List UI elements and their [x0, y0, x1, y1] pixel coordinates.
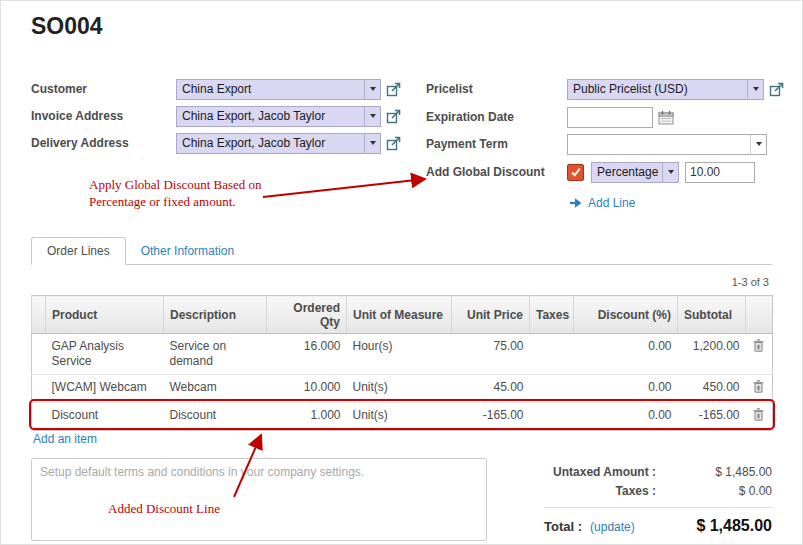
external-link-icon[interactable]	[386, 82, 401, 97]
global-discount-label: Add Global Discount	[426, 165, 567, 179]
tab-other-information[interactable]: Other Information	[126, 238, 249, 264]
cell-uom[interactable]: Unit(s)	[347, 403, 452, 431]
global-discount-checkbox[interactable]	[567, 164, 584, 181]
col-header-description[interactable]: Description	[164, 296, 267, 334]
delivery-address-select[interactable]: China Export, Jacob Taylor	[176, 133, 381, 154]
expiration-date-label: Expiration Date	[426, 110, 567, 124]
order-lines-table: Product Description Ordered Qty Unit of …	[31, 295, 773, 431]
external-link-icon[interactable]	[769, 82, 784, 97]
page-title: SO004	[31, 13, 103, 40]
expiration-date-input[interactable]	[567, 107, 653, 128]
external-link-icon[interactable]	[386, 109, 401, 124]
cell-description[interactable]: Discount	[164, 403, 267, 431]
cell-subtotal: 450.00	[678, 375, 746, 403]
cell-qty[interactable]: 16.000	[267, 334, 347, 375]
add-an-item-link[interactable]: Add an item	[33, 432, 97, 446]
table-row[interactable]: GAP Analysis Service Service on demand 1…	[32, 334, 773, 375]
untaxed-amount-value: $ 1,485.00	[656, 465, 772, 479]
invoice-address-label: Invoice Address	[31, 109, 176, 123]
cell-taxes[interactable]	[530, 375, 574, 403]
cell-discount[interactable]: 0.00	[574, 334, 678, 375]
cell-uom[interactable]: Unit(s)	[347, 375, 452, 403]
total-label: Total :	[544, 519, 582, 534]
invoice-address-field-row: Invoice Address China Export, Jacob Tayl…	[31, 104, 401, 128]
customer-field-row: Customer China Export	[31, 77, 401, 101]
trash-icon	[753, 408, 764, 421]
tab-bar: Order Lines Other Information	[31, 237, 772, 265]
cell-description[interactable]: Webcam	[164, 375, 267, 403]
row-handle[interactable]	[32, 403, 46, 431]
delivery-address-label: Delivery Address	[31, 136, 176, 150]
delete-row-button[interactable]	[746, 334, 773, 375]
taxes-row: Taxes : $ 0.00	[499, 484, 772, 498]
customer-value: China Export	[182, 82, 364, 96]
cell-subtotal: 1,200.00	[678, 334, 746, 375]
chevron-down-icon	[662, 163, 678, 182]
payment-term-label: Payment Term	[426, 137, 567, 151]
cell-product[interactable]: GAP Analysis Service	[46, 334, 164, 375]
taxes-value: $ 0.00	[656, 484, 772, 498]
delivery-address-value: China Export, Jacob Taylor	[182, 136, 364, 150]
tab-order-lines[interactable]: Order Lines	[31, 237, 126, 265]
pricelist-select[interactable]: Public Pricelist (USD)	[567, 79, 764, 100]
payment-term-select[interactable]	[567, 134, 767, 155]
terms-placeholder: Setup default terms and conditions in yo…	[40, 465, 364, 479]
taxes-label: Taxes :	[499, 484, 656, 498]
sales-order-page: SO004 Customer China Export Invoice Addr…	[0, 0, 803, 545]
global-discount-field-row: Add Global Discount Percentage	[426, 160, 755, 184]
customer-select[interactable]: China Export	[176, 79, 381, 100]
row-handle[interactable]	[32, 375, 46, 403]
table-row[interactable]: [WCAM] Webcam Webcam 10.000 Unit(s) 45.0…	[32, 375, 773, 403]
cell-price[interactable]: -165.00	[452, 403, 530, 431]
cell-qty[interactable]: 1.000	[267, 403, 347, 431]
col-header-actions	[746, 296, 773, 334]
delete-row-button[interactable]	[746, 375, 773, 403]
invoice-address-select[interactable]: China Export, Jacob Taylor	[176, 106, 381, 127]
chevron-down-icon	[364, 134, 380, 153]
col-header-unit-price[interactable]: Unit Price	[452, 296, 530, 334]
terms-textarea[interactable]: Setup default terms and conditions in yo…	[31, 458, 487, 541]
discount-amount-input[interactable]	[685, 162, 755, 183]
col-header-subtotal[interactable]: Subtotal	[678, 296, 746, 334]
cell-product[interactable]: Discount	[46, 403, 164, 431]
check-icon	[570, 166, 582, 178]
payment-term-field-row: Payment Term	[426, 132, 767, 156]
totals-summary: Untaxed Amount : $ 1,485.00 Taxes : $ 0.…	[499, 465, 772, 535]
cell-description[interactable]: Service on demand	[164, 334, 267, 375]
calendar-icon[interactable]	[658, 110, 674, 125]
cell-price[interactable]: 75.00	[452, 334, 530, 375]
update-total-link[interactable]: (update)	[590, 520, 635, 534]
annotation-arrow-global-discount	[263, 179, 425, 197]
discount-type-select[interactable]: Percentage	[591, 162, 679, 183]
add-line-button[interactable]: Add Line	[569, 191, 635, 215]
pager: 1-3 of 3	[732, 276, 769, 288]
delete-row-button[interactable]	[746, 403, 773, 431]
col-header-unit-of-measure[interactable]: Unit of Measure	[347, 296, 452, 334]
cell-qty[interactable]: 10.000	[267, 375, 347, 403]
invoice-address-value: China Export, Jacob Taylor	[182, 109, 364, 123]
col-header-ordered-qty[interactable]: Ordered Qty	[267, 296, 347, 334]
cell-product[interactable]: [WCAM] Webcam	[46, 375, 164, 403]
col-header-discount[interactable]: Discount (%)	[574, 296, 678, 334]
table-row-discount-line[interactable]: Discount Discount 1.000 Unit(s) -165.00 …	[32, 403, 773, 431]
external-link-icon[interactable]	[386, 136, 401, 151]
col-header-product[interactable]: Product	[46, 296, 164, 334]
pricelist-value: Public Pricelist (USD)	[573, 82, 747, 96]
table-header-row: Product Description Ordered Qty Unit of …	[32, 296, 773, 334]
chevron-down-icon	[750, 135, 766, 154]
cell-price[interactable]: 45.00	[452, 375, 530, 403]
annotation-global-discount-note: Apply Global Discount Based on Percentag…	[89, 177, 283, 211]
col-header-taxes[interactable]: Taxes	[530, 296, 574, 334]
annotation-discount-line-note: Added Discount Line	[108, 501, 220, 518]
pricelist-field-row: Pricelist Public Pricelist (USD)	[426, 77, 784, 101]
trash-icon	[753, 339, 764, 352]
row-handle-header	[32, 296, 46, 334]
cell-discount[interactable]: 0.00	[574, 375, 678, 403]
cell-uom[interactable]: Hour(s)	[347, 334, 452, 375]
add-line-label: Add Line	[588, 196, 635, 210]
chevron-down-icon	[364, 80, 380, 99]
cell-discount[interactable]: 0.00	[574, 403, 678, 431]
row-handle[interactable]	[32, 334, 46, 375]
cell-taxes[interactable]	[530, 403, 574, 431]
cell-taxes[interactable]	[530, 334, 574, 375]
